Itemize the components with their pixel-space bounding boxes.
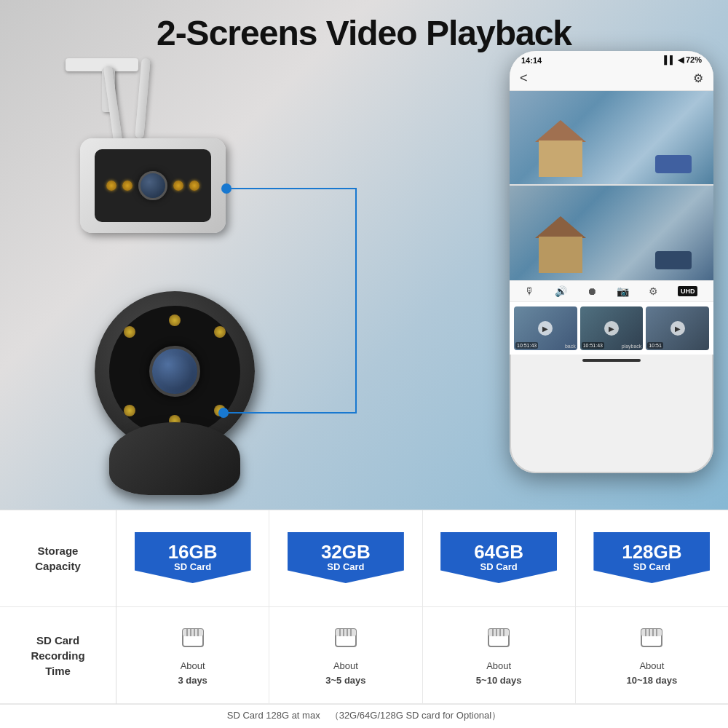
sd-label-3: SD Card [633,561,670,573]
uhd-badge: UHD [678,286,698,296]
phone-status-bar: 14:14 ▌▌ ◀ 72% [510,51,713,66]
feed-house-2 [517,215,706,273]
camera-icon[interactable]: 📷 [617,285,629,297]
svg-rect-13 [488,629,509,636]
volume-icon[interactable]: 🔊 [555,285,567,297]
phone-controls: 🎙 🔊 ⏺ 📷 ⚙ UHD [510,280,713,302]
ptz-camera [73,277,277,495]
label-storage-capacity: StorageCapacity [0,510,116,607]
svg-rect-19 [641,629,662,636]
recording-cell-1: About3~5 days [269,607,422,703]
phone-gear-button[interactable]: ⚙ [693,71,703,85]
play-icon-3[interactable]: ▶ [670,321,685,336]
top-camera-face [95,149,211,222]
ir-light-2 [122,181,132,191]
sd-size-2: 64GB [474,542,523,561]
storage-table: StorageCapacity SD CardRecordingTime 16G… [0,510,728,704]
sd-size-0: 16GB [168,542,218,561]
sd-size-3: 128GB [622,542,681,561]
sd-card-icon-3 [638,623,665,656]
ptz-ir-dot-3 [124,326,135,338]
playback-thumb-3[interactable]: ▶ 10:51 [646,306,709,350]
thumb-label-3: 10:51 [647,342,663,349]
connector-dot-bottom [218,408,229,418]
phone-icons: ▌▌ ◀ 72% [664,55,702,65]
capacity-cell-0: 16GB SD Card [116,510,269,606]
phone-time: 14:14 [521,56,542,65]
ptz-base [109,422,240,495]
sd-badge-3: 128GB SD Card [593,532,710,583]
camera-area [15,44,379,495]
sd-card-icon-0 [180,623,206,656]
phone-back-button[interactable]: < [520,71,528,86]
label-recording-time: SD CardRecordingTime [0,607,116,704]
camera-feed-2 [510,186,713,280]
connector-line-top-v [355,188,357,261]
phone-nav-bar: < ⚙ [510,66,713,91]
svg-rect-1 [183,629,203,636]
sd-label-1: SD Card [327,561,364,573]
ptz-ir-dot-2 [214,326,226,338]
ptz-ir-dot-5 [124,405,135,416]
connector-line-bottom-h [223,412,357,414]
recording-about-2: About5~10 days [476,659,522,687]
sd-badge-2: 64GB SD Card [440,532,557,583]
thumb-label-back-2: playback [622,344,642,349]
recording-cell-2: About5~10 days [423,607,576,703]
bottom-section: StorageCapacity SD CardRecordingTime 16G… [0,510,728,728]
capacity-cell-2: 64GB SD Card [423,510,576,606]
recording-about-0: About3 days [178,659,207,687]
thumb-label-1: 10:51:43 [515,342,538,349]
camera-feed-1 [510,91,713,186]
feed-car-1 [655,155,692,173]
house-shape-2 [539,237,582,273]
svg-rect-7 [336,629,356,636]
phone-mockup: 14:14 ▌▌ ◀ 72% < ⚙ 🎙 🔊 [510,51,713,473]
phone-home-bar [582,359,641,362]
play-icon-2[interactable]: ▶ [604,321,619,336]
connector-dot-top [221,183,232,194]
house-shape-1 [539,141,582,177]
thumb-label-2: 10:51:43 [582,342,604,349]
ptz-ir-dot-1 [169,314,181,326]
capacity-row: 16GB SD Card 32GB SD Card 64GB SD Card 1… [116,510,728,607]
page-title: 2-Screens Video Playback [0,0,728,53]
recording-cell-3: About10~18 days [576,607,728,703]
settings-icon[interactable]: ⚙ [649,285,658,297]
sd-card-icon-1 [333,623,359,656]
feed-house-1 [517,119,706,177]
ptz-main-lens [149,346,200,397]
top-camera-unit [80,138,226,233]
feed-car-2 [655,251,692,269]
capacity-cell-1: 32GB SD Card [269,510,422,606]
ir-light-4 [189,181,199,191]
sd-size-1: 32GB [321,542,371,561]
recording-row: About3 days About3~5 days Abou [116,607,728,704]
footer-note: SD Card 128G at max （32G/64G/128G SD car… [0,704,728,728]
record-icon[interactable]: ⏺ [587,285,597,297]
recording-cell-0: About3 days [116,607,269,703]
ir-light-1 [106,181,116,191]
recording-about-1: About3~5 days [325,659,365,687]
playback-thumb-1[interactable]: ▶ 10:51:43 back [514,306,577,350]
house-roof-2 [535,216,586,238]
sd-badge-0: 16GB SD Card [135,532,251,583]
label-column: StorageCapacity SD CardRecordingTime [0,510,116,704]
playback-thumb-2[interactable]: ▶ 10:51:43 playback [580,306,644,350]
storage-capacity-text: StorageCapacity [35,543,81,574]
thumb-label-back-1: back [565,344,576,349]
play-icon-1[interactable]: ▶ [538,321,553,336]
recording-about-3: About10~18 days [626,659,677,687]
data-columns: 16GB SD Card 32GB SD Card 64GB SD Card 1… [116,510,728,704]
top-lens [138,171,167,200]
house-roof-1 [535,120,586,142]
connector-line-bottom-v [355,259,357,414]
top-section: 2-Screens Video Playback [0,0,728,510]
ir-light-3 [173,181,183,191]
recording-time-text: SD CardRecordingTime [31,633,84,678]
capacity-cell-3: 128GB SD Card [576,510,728,606]
connector-line-top-h [226,188,357,189]
sd-label-2: SD Card [480,561,517,573]
mic-icon[interactable]: 🎙 [525,285,535,297]
sd-card-icon-2 [486,623,512,656]
